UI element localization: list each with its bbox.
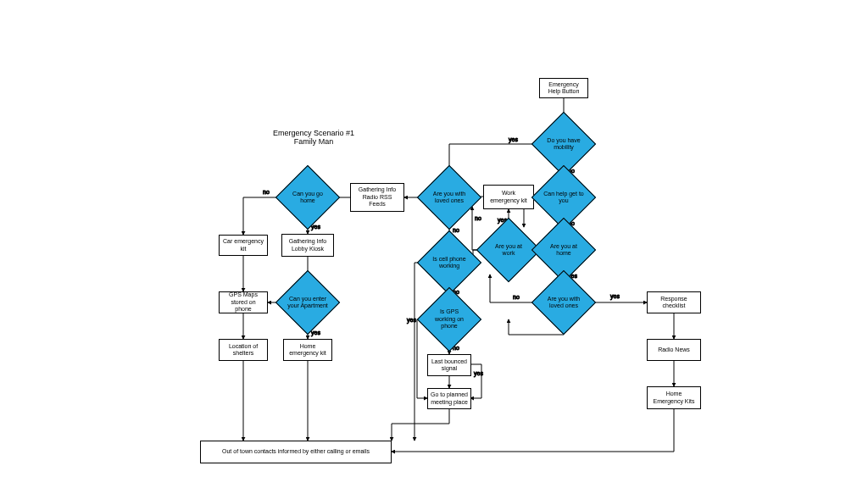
box-response-checklist: Response checklist xyxy=(647,291,701,313)
svg-text:no: no xyxy=(513,294,520,300)
decision-loved-ones-1: Are you with loved ones xyxy=(426,175,472,220)
box-gather-radio: Gathering Info Radio RSS Feeds xyxy=(350,183,404,212)
svg-text:no: no xyxy=(263,189,270,195)
decision-mobility: Do you have mobility xyxy=(541,121,587,167)
box-car-kit: Car emergency kit xyxy=(219,235,268,256)
box-last-signal: Last bounced signal xyxy=(427,354,471,376)
svg-text:yes: yes xyxy=(311,330,320,336)
box-work-emergency-kit: Work emergency kit xyxy=(483,185,534,209)
box-radio-news: Radio News xyxy=(647,339,701,361)
svg-text:yes: yes xyxy=(474,370,483,377)
svg-text:yes: yes xyxy=(610,293,620,300)
box-gps-maps: GPS Maps stored on phone xyxy=(219,291,268,313)
decision-gps: Is GPS working on phone xyxy=(426,297,472,342)
decision-loved-ones-2: Are you with loved ones xyxy=(541,280,587,325)
box-home-kits2: Home Emergency Kits xyxy=(647,386,701,409)
box-out-of-town: Out of town contacts informed by either … xyxy=(200,441,392,463)
box-emergency-help-button: Emergency Help Button xyxy=(539,78,588,98)
diagram-title: Emergency Scenario #1 Family Man xyxy=(254,129,373,146)
svg-text:yes: yes xyxy=(407,317,416,324)
decision-enter-apartment: Can you enter your Apartment xyxy=(285,280,331,325)
svg-text:no: no xyxy=(453,227,459,233)
decision-help-get: Can help get to you xyxy=(541,175,587,220)
box-shelters: Location of shelters xyxy=(219,339,268,361)
box-gather-lobby: Gathering Info Lobby Kiosk xyxy=(281,234,334,257)
box-home-kit: Home emergency kit xyxy=(283,339,332,361)
decision-at-home: Are you at home xyxy=(541,227,587,273)
decision-cell: Is cell phone working xyxy=(426,240,472,286)
svg-text:yes: yes xyxy=(509,136,518,143)
decision-at-work: Are you at work xyxy=(486,227,531,273)
box-meeting: Go to planned meeting place xyxy=(427,388,471,409)
decision-go-home: Can you go home xyxy=(285,175,331,220)
svg-text:no: no xyxy=(475,215,481,221)
